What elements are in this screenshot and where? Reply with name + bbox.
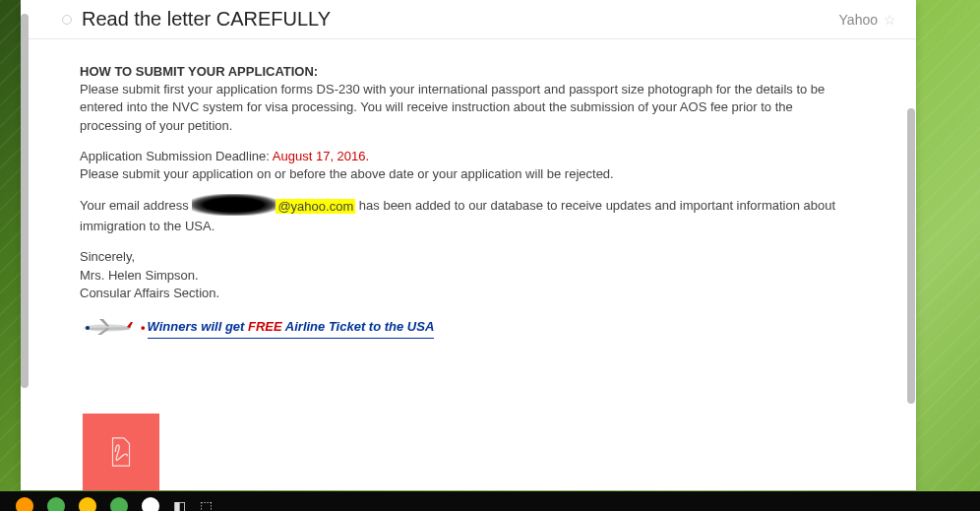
read-status-dot[interactable]	[62, 15, 72, 25]
email-line-prefix: Your email address	[80, 199, 192, 214]
bullet-dot: •	[141, 319, 146, 337]
sender-label: Yahoo	[839, 12, 878, 28]
taskbar: ◧ ⬚	[0, 491, 980, 511]
airplane-icon	[80, 315, 137, 342]
svg-point-1	[86, 326, 90, 330]
intro-text: Please submit first your application for…	[80, 82, 825, 132]
deadline-note: Please submit your application on or bef…	[80, 166, 614, 181]
taskbar-icon-1[interactable]: ◧	[173, 498, 186, 511]
star-icon[interactable]: ☆	[884, 12, 896, 28]
signer-name: Mrs. Helen Simpson.	[80, 268, 199, 283]
pdf-icon	[104, 435, 138, 469]
scrollbar-right[interactable]	[907, 108, 915, 404]
email-body: HOW TO SUBMIT YOUR APPLICATION: Please s…	[21, 39, 916, 353]
taskbar-app-4[interactable]	[110, 497, 128, 511]
taskbar-app-1[interactable]	[16, 497, 33, 511]
deadline-date: August 17, 2016.	[273, 149, 369, 163]
application-heading: HOW TO SUBMIT YOUR APPLICATION:	[80, 64, 318, 79]
email-header: Read the letter CAREFULLY Yahoo ☆	[21, 0, 916, 39]
sincerely: Sincerely,	[80, 249, 135, 264]
winners-text[interactable]: Winners will get FREE Airline Ticket to …	[148, 318, 435, 338]
taskbar-app-2[interactable]	[47, 497, 65, 511]
email-window: Read the letter CAREFULLY Yahoo ☆ HOW TO…	[21, 0, 916, 490]
email-domain-highlight: @yahoo.com	[276, 199, 355, 214]
taskbar-icon-2[interactable]: ⬚	[200, 498, 213, 511]
taskbar-app-3[interactable]	[79, 497, 96, 511]
taskbar-app-5[interactable]	[142, 497, 159, 511]
pdf-attachment[interactable]	[83, 414, 159, 490]
signer-title: Consular Affairs Section.	[80, 286, 219, 300]
redacted-email	[192, 194, 276, 216]
scrollbar-left[interactable]	[21, 14, 29, 388]
deadline-label: Application Submission Deadline:	[80, 149, 273, 163]
winners-banner: • Winners will get FREE Airline Ticket t…	[80, 315, 857, 342]
email-subject: Read the letter CAREFULLY	[82, 8, 839, 31]
